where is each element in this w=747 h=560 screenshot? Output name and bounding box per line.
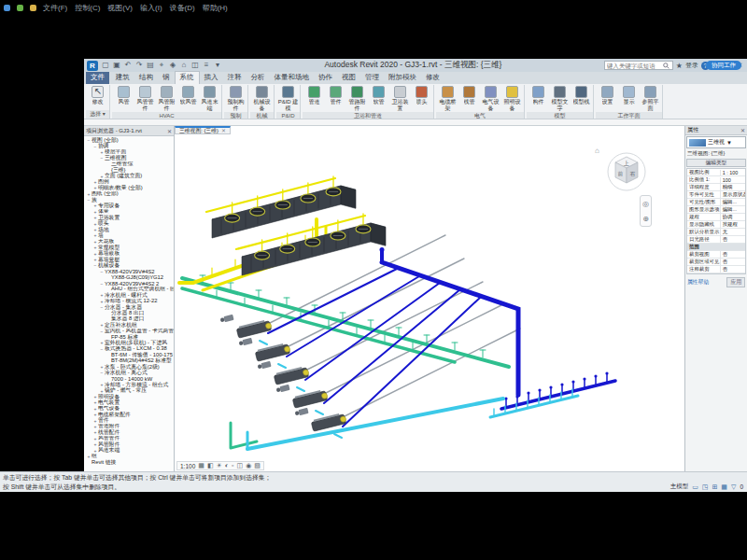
- ribbon-tab[interactable]: 建筑: [111, 72, 134, 84]
- properties-header[interactable]: 属性 ✕: [685, 126, 747, 135]
- project-browser-item[interactable]: Revit 链接: [84, 459, 174, 465]
- help-search-box[interactable]: [604, 61, 673, 70]
- ribbon-tab[interactable]: 结构: [134, 72, 158, 84]
- ribbon-tab[interactable]: 分析: [247, 72, 270, 84]
- ribbon-tab[interactable]: 钢: [158, 72, 175, 84]
- tool-pid-modeler[interactable]: P&ID 建模: [277, 86, 299, 111]
- tool-mechanical-equipment[interactable]: 机械设备: [251, 86, 273, 111]
- property-value[interactable]: 编辑...: [720, 206, 745, 213]
- tool-flex-pipe[interactable]: 软管: [368, 86, 389, 105]
- tool-fabrication-part[interactable]: 预制构件: [225, 86, 247, 111]
- design-options-icon[interactable]: ◳: [702, 483, 709, 491]
- shadows-icon[interactable]: ◐: [225, 462, 229, 469]
- host-menu-item[interactable]: 设备(D): [170, 3, 195, 13]
- close-view-icon[interactable]: ✕: [221, 128, 226, 133]
- host-menu-item[interactable]: 视图(V): [107, 3, 133, 13]
- ribbon-tab[interactable]: 系统: [175, 71, 200, 84]
- select-underlay-toggle[interactable]: ▦: [721, 483, 727, 491]
- measure-icon[interactable]: ⌖: [157, 61, 166, 70]
- tool-ref-plane[interactable]: 参照平面: [640, 86, 661, 111]
- navigation-bar[interactable]: ◎ ⊕: [640, 195, 652, 227]
- customize-qat-icon[interactable]: ▾: [213, 61, 222, 70]
- host-menu-item[interactable]: 控制(C): [75, 3, 100, 13]
- steering-wheel-icon[interactable]: ◎: [642, 200, 649, 208]
- property-value[interactable]: 否: [720, 251, 745, 258]
- search-icon[interactable]: [663, 63, 669, 69]
- active-design-option[interactable]: 主模型: [670, 483, 689, 491]
- crop-region-icon[interactable]: ◫: [237, 462, 244, 469]
- view-tab[interactable]: 三维视图: {三维} ✕: [175, 126, 231, 134]
- ribbon-tab[interactable]: 视图: [337, 72, 360, 84]
- tool-set-workplane[interactable]: 设置: [597, 86, 618, 105]
- tool-model-text[interactable]: 模型文字: [549, 86, 571, 111]
- chiller-units[interactable]: [236, 320, 347, 432]
- tool-show-workplane[interactable]: 显示: [618, 86, 640, 105]
- tool-modify[interactable]: 修改: [87, 86, 108, 105]
- ribbon-tab[interactable]: 文件: [86, 72, 109, 84]
- tool-duct[interactable]: 风管: [113, 86, 134, 105]
- property-value[interactable]: 协调: [720, 214, 745, 220]
- open-icon[interactable]: ▢: [101, 61, 110, 70]
- filter-icon[interactable]: ▽: [731, 483, 736, 491]
- undo-icon[interactable]: ↶: [123, 61, 133, 70]
- crop-view-icon[interactable]: ▫: [232, 462, 233, 469]
- tool-flex-duct[interactable]: 软风管: [177, 86, 199, 105]
- cooling-tower-row-2[interactable]: [242, 223, 386, 275]
- edit-type-button[interactable]: 编辑类型: [686, 159, 746, 167]
- project-browser-header[interactable]: 项目浏览器 - GJ3-1.rvt ✕: [84, 126, 174, 136]
- property-value[interactable]: 显示原状态: [720, 191, 745, 198]
- ribbon-tab[interactable]: 管理: [360, 72, 384, 84]
- chiller-unit[interactable]: [236, 320, 273, 339]
- tool-electrical-equipment[interactable]: 电气设备: [480, 86, 501, 111]
- save-icon[interactable]: ▣: [112, 61, 121, 70]
- print-icon[interactable]: ▤: [146, 61, 155, 70]
- tool-conduit[interactable]: 线管: [458, 86, 480, 105]
- chevron-down-icon[interactable]: ▼: [726, 140, 743, 146]
- search-input[interactable]: [607, 63, 663, 69]
- filter-count[interactable]: 0: [740, 483, 743, 490]
- drawing-area[interactable]: 三维视图: {三维} ✕: [175, 126, 684, 471]
- ribbon-tab[interactable]: 协作: [314, 72, 337, 84]
- worksets-icon[interactable]: ▭: [692, 483, 698, 491]
- sign-in-button[interactable]: 登录: [685, 61, 698, 70]
- chiller-unit[interactable]: [292, 390, 329, 409]
- revit-logo-icon[interactable]: R: [87, 61, 98, 71]
- ribbon-tab[interactable]: 修改: [421, 72, 444, 84]
- default-3d-view-icon[interactable]: ⌂: [179, 61, 189, 70]
- properties-help-link[interactable]: 属性帮助: [687, 278, 709, 287]
- tool-air-terminal[interactable]: 风道末端: [199, 86, 220, 111]
- select-links-toggle[interactable]: ⊞: [712, 483, 717, 491]
- property-value[interactable]: 否: [720, 266, 745, 273]
- temporary-view-properties-icon[interactable]: ▧: [254, 462, 261, 469]
- sun-settings-icon[interactable]: ☀: [217, 462, 222, 469]
- tool-plumbing-fixture[interactable]: 卫浴装置: [389, 86, 411, 111]
- detail-level-icon[interactable]: ▦: [198, 462, 204, 469]
- visual-style-icon[interactable]: ◧: [207, 462, 214, 469]
- tool-lighting-fixture[interactable]: 照明设备: [501, 86, 523, 111]
- thin-lines-icon[interactable]: ≡: [202, 61, 211, 70]
- tool-duct-accessory[interactable]: 风管附件: [156, 86, 177, 111]
- property-value[interactable]: 否: [720, 236, 745, 243]
- section-icon[interactable]: ◫: [190, 61, 200, 70]
- tool-cable-tray[interactable]: 电缆桥架: [437, 86, 458, 111]
- home-icon[interactable]: ⌂: [595, 147, 599, 155]
- reveal-hidden-icon[interactable]: ◉: [246, 462, 251, 469]
- property-value[interactable]: 按规程: [720, 221, 745, 228]
- host-menu-item[interactable]: 帮助(H): [203, 3, 228, 13]
- chiller-unit[interactable]: [274, 367, 310, 385]
- tool-pipe-accessory[interactable]: 管路附件: [346, 86, 368, 111]
- redo-icon[interactable]: ↷: [134, 61, 144, 70]
- scale-control[interactable]: 1:100: [180, 463, 195, 469]
- ribbon-tab[interactable]: 插入: [200, 72, 223, 84]
- property-value[interactable]: 否: [720, 259, 745, 265]
- property-value[interactable]: 精细: [720, 184, 745, 190]
- chiller-unit[interactable]: [255, 343, 291, 362]
- tool-sprinkler[interactable]: 喷头: [411, 86, 432, 105]
- cooling-tower-row-1[interactable]: [212, 186, 356, 238]
- close-icon[interactable]: ✕: [740, 127, 745, 133]
- property-value[interactable]: 100: [720, 177, 745, 183]
- host-menu-item[interactable]: 输入(I): [140, 3, 162, 13]
- property-value[interactable]: 1 : 100: [720, 170, 745, 175]
- tool-pipe[interactable]: 管道: [303, 86, 325, 105]
- tool-duct-fitting[interactable]: 风管管件: [134, 86, 156, 111]
